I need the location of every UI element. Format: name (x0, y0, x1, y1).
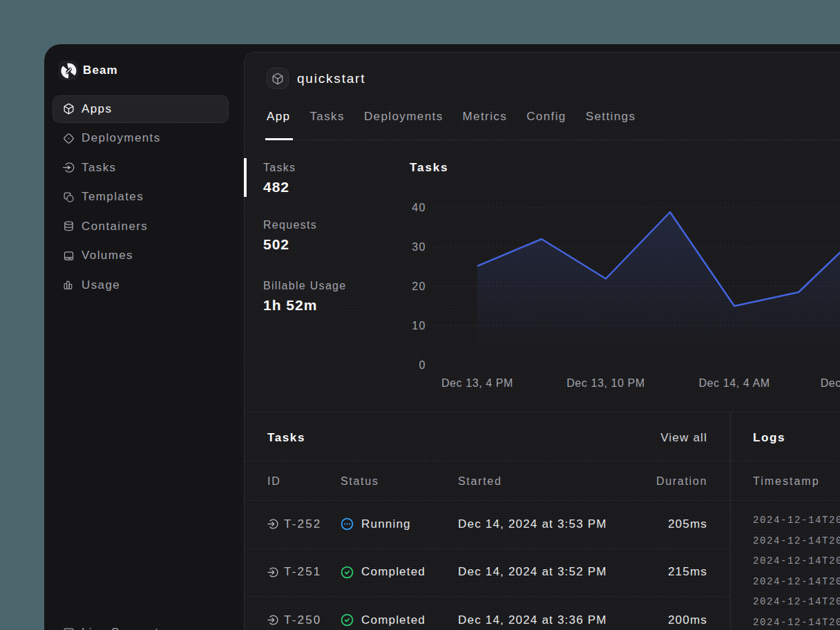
svg-text:0: 0 (419, 359, 426, 371)
svg-text:20: 20 (412, 280, 426, 292)
svg-text:10: 10 (412, 320, 426, 332)
svg-text:Dec 13, 10 PM: Dec 13, 10 PM (566, 377, 645, 389)
svg-text:Dec 14, 10 AM: Dec 14, 10 AM (821, 377, 840, 389)
svg-text:Dec 13, 4 PM: Dec 13, 4 PM (441, 377, 513, 389)
svg-text:40: 40 (412, 202, 426, 213)
svg-text:30: 30 (412, 241, 426, 253)
svg-text:Dec 14, 4 AM: Dec 14, 4 AM (698, 377, 770, 389)
